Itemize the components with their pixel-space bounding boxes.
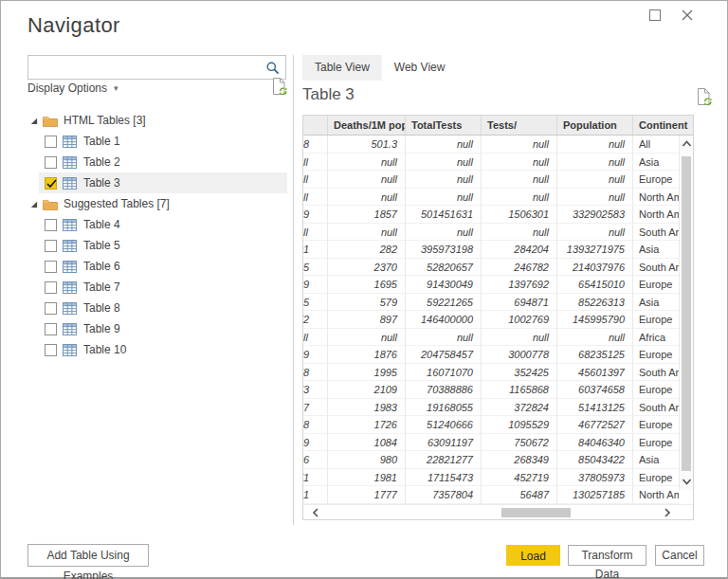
tree-item-table-4[interactable]: Table 4 [39,214,287,235]
table-cell: 51413125 [557,399,633,417]
table-cell: null [328,329,406,347]
tree-item-table-3[interactable]: Table 3 [39,172,287,193]
tree-group-1[interactable]: HTML Tables [3] [27,110,287,131]
horizontal-scroll-thumb[interactable] [501,508,571,517]
table-cell: North Ame [633,486,679,504]
tree-item-table-7[interactable]: Table 7 [39,277,287,298]
tree-group-2[interactable]: Suggested Tables [7] [27,193,287,214]
table-cell: 2370 [328,259,406,277]
display-options-label: Display Options [27,81,107,95]
close-icon[interactable] [680,8,695,23]
refresh-table-icon[interactable] [696,87,713,106]
table-cell: 56487 [482,486,557,504]
tab-web-view[interactable]: Web View [382,55,458,81]
column-header-continent: Continent [633,116,693,135]
table-cell: 63091197 [406,434,482,452]
table-cell: 68235125 [557,346,633,364]
table-cell: 332902583 [557,206,633,224]
scroll-down-icon[interactable] [681,476,693,487]
table-cell: 1981 [328,469,406,487]
table-icon [63,323,77,335]
checkbox-unchecked[interactable] [45,344,57,356]
table-cell: 2109 [328,381,406,399]
table-cell: 214037976 [557,259,633,277]
table-cell: null [406,154,482,172]
vertical-scrollbar[interactable] [679,136,693,490]
checkbox-unchecked[interactable] [45,156,57,169]
table-cell: North Ame [633,206,679,224]
tab-table-view[interactable]: Table View [302,55,382,81]
table-cell: 372824 [482,399,557,417]
cancel-button[interactable]: Cancel [655,545,704,566]
dialog-title: Navigator [27,13,120,38]
table-cell: 95 [303,259,328,277]
table-cell: 22821277 [406,451,482,469]
table-cell: null [557,329,633,347]
table-cell: null [406,224,482,242]
scroll-up-icon[interactable] [681,138,693,150]
refresh-preview-icon[interactable] [271,77,288,96]
table-cell: 3000778 [482,346,557,364]
table-row: 3918575014516311506301332902583North Ame [303,206,679,224]
table-cell: Europe [633,381,679,399]
load-button[interactable]: Load [506,545,560,566]
tree-item-table-1[interactable]: Table 1 [39,131,287,152]
preview-tabs: Table ViewWeb View [302,55,457,81]
table-cell: 85043422 [557,451,633,469]
tree-item-table-8[interactable]: Table 8 [39,298,287,318]
display-options-dropdown[interactable]: Display Options▾ [27,81,118,95]
table-row: 58172651240666109552946772527Europe [303,416,679,434]
search-input[interactable] [32,57,264,78]
table-cell: null [482,154,557,172]
table-row: 511777735780456487130257185North Ame [303,486,679,504]
transform-data-button[interactable]: Transform Data [568,545,646,566]
table-cell: 58 [303,364,328,382]
table-icon [63,156,77,169]
table-cell: ull [303,329,328,347]
vertical-scroll-thumb[interactable] [682,156,691,471]
table-cell: null [557,189,633,207]
table-cell: 27 [303,399,328,417]
checkbox-unchecked[interactable] [45,240,57,252]
table-cell: Asia [633,154,679,172]
table-cell: 1506301 [482,206,557,224]
folder-icon [43,115,58,127]
table-cell: 1726 [328,416,406,434]
tree-item-table-5[interactable]: Table 5 [39,235,287,256]
table-cell: 1095529 [482,416,557,434]
table-row: 7119811711547345271937805973Europe [303,469,679,487]
tree-group-label: HTML Tables [3] [64,110,146,131]
table-cell: 01 [303,241,328,259]
search-icon[interactable] [265,61,281,76]
table-cell: Asia [633,294,679,312]
table-cell: ull [303,171,328,189]
table-row: ullnullnullnullnullSouth Ame [303,224,679,242]
add-table-using-examples-button[interactable]: Add Table Using Examples [27,544,149,567]
scroll-right-icon[interactable] [663,507,672,518]
maximize-icon[interactable] [649,9,661,21]
grid-rows: 38501.3nullnullnullAllullnullnullnullnul… [303,136,679,504]
expand-collapse-icon[interactable] [29,117,38,125]
table-cell: 73 [303,381,328,399]
table-cell: null [328,224,406,242]
table-row: ullnullnullnullnullNorth Ame [303,189,679,207]
checkbox-unchecked[interactable] [45,323,57,335]
tree-item-table-9[interactable]: Table 9 [39,318,287,339]
horizontal-scrollbar[interactable] [303,504,693,519]
tree-item-table-6[interactable]: Table 6 [39,256,287,277]
table-cell: 145995790 [557,311,633,329]
table-cell: 85226313 [557,294,633,312]
checkbox-unchecked[interactable] [45,302,57,315]
checkbox-unchecked[interactable] [45,281,57,294]
expand-collapse-icon[interactable] [29,200,38,208]
tree-item-table-2[interactable]: Table 2 [39,152,287,172]
table-row: 73210970388886116586860374658Europe [303,381,679,399]
checkbox-unchecked[interactable] [45,136,57,148]
checkbox-checked[interactable] [45,177,57,190]
checkbox-unchecked[interactable] [45,261,57,273]
table-cell: null [482,171,557,189]
table-cell: 09 [303,346,328,364]
scroll-left-icon[interactable] [311,507,320,518]
checkbox-unchecked[interactable] [45,219,57,231]
tree-item-table-10[interactable]: Table 10 [39,339,287,360]
